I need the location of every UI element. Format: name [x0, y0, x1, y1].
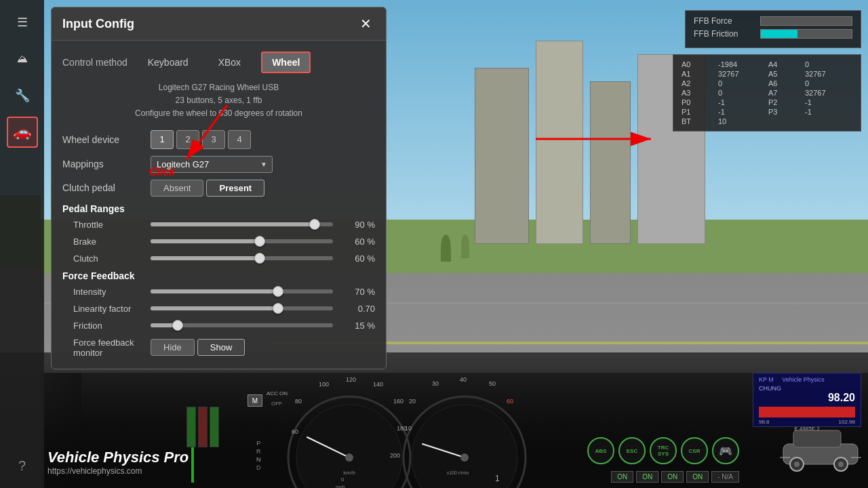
- clutch-present-button[interactable]: Present: [206, 180, 264, 197]
- sidebar-item-help[interactable]: ?: [7, 450, 38, 481]
- device-btn-1[interactable]: 1: [151, 130, 174, 149]
- status-a1-key: A1: [682, 70, 715, 78]
- acc-off-label: OFF: [271, 401, 282, 407]
- force-feedback-monitor-label: Force feedback monitor: [62, 338, 151, 358]
- keyboard-button[interactable]: Keyboard: [138, 53, 198, 72]
- brand-name: Vehicle Physics Pro: [47, 449, 189, 466]
- menu-icon: ☰: [17, 15, 28, 30]
- settings-icon: 🔧: [15, 88, 30, 103]
- svg-text:mph: mph: [336, 485, 345, 488]
- status-p0-val: -1: [718, 98, 766, 106]
- status-p1-val: -1: [718, 108, 766, 116]
- intensity-value: 70 %: [341, 287, 375, 297]
- car-graphic: [780, 420, 861, 474]
- friction-value: 15 %: [341, 321, 375, 331]
- ffb-info-panel: FFB Force FFB Friction: [685, 10, 861, 48]
- red-arrow-annotation-1: [173, 98, 254, 180]
- status-p2-key: P2: [768, 98, 802, 106]
- icons-bar: ABS ESC TRC SYS CSR 🎮: [587, 437, 739, 464]
- sidebar-item-menu[interactable]: ☰: [7, 7, 38, 38]
- svg-text:100: 100: [319, 381, 329, 388]
- csr-icon[interactable]: CSR: [681, 437, 708, 464]
- left-sidebar: ☰ ⛰ 🔧 🚗 ?: [0, 0, 44, 488]
- control-method-row: Control method Keyboard XBox Wheel: [62, 52, 375, 73]
- status-p3-val: -1: [805, 108, 852, 116]
- brake-slider-row: Brake 60 %: [62, 237, 375, 247]
- trc-icon[interactable]: TRC SYS: [650, 437, 677, 464]
- info-display: KP M Vehicle Physics CHUNG 98.20 98.8102…: [753, 373, 861, 427]
- friction-slider[interactable]: [151, 323, 333, 327]
- status-p0-key: P0: [682, 98, 715, 106]
- abs-icon[interactable]: ABS: [587, 437, 614, 464]
- mappings-label: Mappings: [62, 159, 151, 169]
- svg-point-20: [412, 405, 517, 488]
- svg-rect-32: [793, 430, 841, 447]
- on-btn-4[interactable]: ON: [686, 471, 709, 483]
- status-p3-key: P3: [768, 108, 802, 116]
- clutch-value: 60 %: [341, 253, 375, 264]
- svg-line-1: [186, 105, 227, 159]
- wheel-button[interactable]: Wheel: [261, 52, 311, 73]
- status-a0-val: -1984: [718, 60, 766, 68]
- brake-value: 60 %: [341, 237, 375, 247]
- click-annotation: Click: [149, 166, 175, 178]
- terrain-icon: ⛰: [17, 53, 28, 65]
- control-method-label: Control method: [62, 57, 127, 68]
- brake-slider[interactable]: [151, 239, 333, 243]
- linearity-slider[interactable]: [151, 306, 333, 310]
- monitor-buttons: Hide Show: [151, 339, 245, 356]
- m-button[interactable]: M: [248, 394, 262, 407]
- modal-body: Control method Keyboard XBox Wheel Logit…: [52, 41, 386, 369]
- svg-text:60: 60: [292, 428, 298, 435]
- status-a0-key: A0: [682, 60, 715, 68]
- brake-label: Brake: [62, 237, 151, 247]
- esc-icon[interactable]: ESC: [618, 437, 646, 464]
- linearity-value: 0.70: [341, 304, 375, 314]
- throttle-slider[interactable]: [151, 222, 333, 226]
- help-icon: ?: [18, 458, 26, 474]
- status-table: A0 -1984 A4 0 A1 32767 A5 32767 A2 0 A6 …: [673, 54, 861, 131]
- clutch-slider-label: Clutch: [62, 253, 151, 264]
- sidebar-item-vehicle[interactable]: 🚗: [7, 117, 38, 148]
- monitor-hide-button[interactable]: Hide: [151, 339, 195, 356]
- svg-point-29: [460, 453, 469, 462]
- steering-wheel-icon[interactable]: 🎮: [712, 437, 739, 464]
- on-btn-3[interactable]: ON: [661, 471, 684, 483]
- monitor-show-button[interactable]: Show: [197, 339, 245, 356]
- throttle-value: 90 %: [341, 220, 375, 230]
- svg-point-35: [794, 462, 800, 467]
- on-btn-1[interactable]: ON: [611, 471, 633, 483]
- intensity-label: Intensity: [62, 287, 151, 297]
- status-a6-key: A6: [768, 79, 802, 87]
- status-a4-key: A4: [768, 60, 802, 68]
- clutch-slider[interactable]: [151, 256, 333, 260]
- status-a7-key: A7: [768, 89, 802, 97]
- brand-text-area: Vehicle Physics Pro https://vehiclephysi…: [47, 449, 189, 476]
- status-a7-val: 32767: [805, 89, 852, 97]
- on-btn-2[interactable]: ON: [636, 471, 658, 483]
- clutch-absent-button[interactable]: Absent: [151, 180, 203, 197]
- friction-slider-row: Friction 15 %: [62, 321, 375, 331]
- brand-url: https://vehiclephysics.com: [47, 466, 189, 476]
- dashboard: Vehicle Physics Pro https://vehiclephysi…: [0, 352, 868, 488]
- svg-text:10: 10: [405, 425, 412, 432]
- tachometer-gauge: 10 20 30 40 50 60 x100 r/min 1: [397, 369, 532, 488]
- status-a4-val: 0: [805, 60, 852, 68]
- svg-text:x100 r/min: x100 r/min: [447, 470, 469, 475]
- intensity-slider[interactable]: [151, 289, 333, 293]
- sidebar-item-settings[interactable]: 🔧: [7, 80, 38, 111]
- sidebar-item-terrain[interactable]: ⛰: [7, 43, 38, 75]
- status-grid: A0 -1984 A4 0 A1 32767 A5 32767 A2 0 A6 …: [682, 60, 852, 125]
- svg-text:50: 50: [489, 380, 496, 387]
- clutch-pedal-row: Clutch pedal Absent Present: [62, 180, 375, 197]
- xbox-button[interactable]: XBox: [209, 53, 250, 72]
- force-feedback-monitor-row: Force feedback monitor Hide Show: [62, 338, 375, 358]
- status-a1-val: 32767: [718, 70, 766, 78]
- throttle-slider-row: Throttle 90 %: [62, 220, 375, 230]
- ffb-force-label: FFB Force: [694, 16, 755, 26]
- clutch-pedal-label: Clutch pedal: [62, 182, 151, 193]
- modal-title: Input Config: [62, 17, 134, 31]
- status-a3-val: 0: [718, 89, 766, 97]
- close-button[interactable]: ✕: [356, 14, 375, 33]
- svg-text:30: 30: [432, 380, 439, 387]
